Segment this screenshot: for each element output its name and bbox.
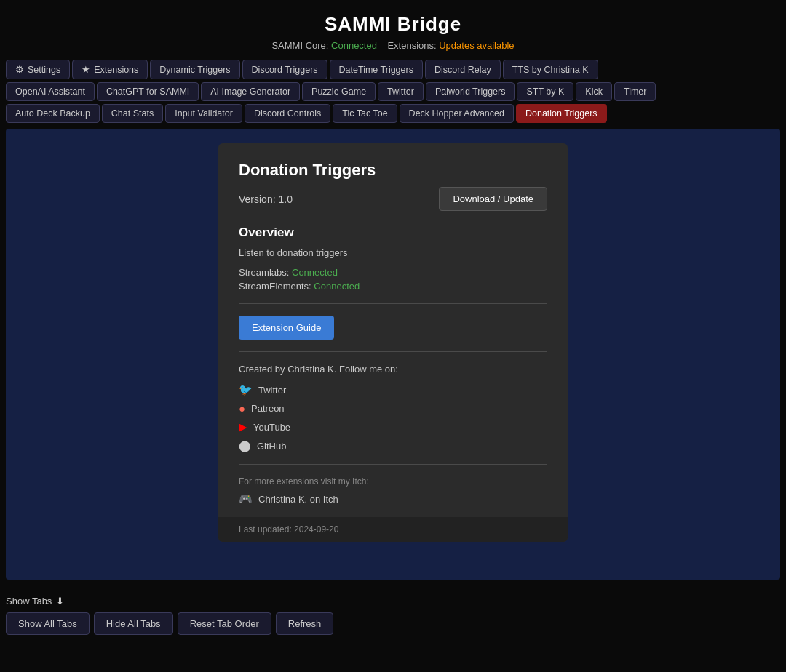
tab-puzzle-game[interactable]: Puzzle Game [302,82,376,101]
itch-desc: For more extensions visit my Itch: [239,476,547,487]
github-icon: ⬤ [239,439,251,452]
tab-tic-tac-toe[interactable]: Tic Tac Toe [333,104,397,123]
streamlabs-status: Streamlabs: Connected [239,267,547,278]
reset-tab-order-button[interactable]: Reset Tab Order [178,612,271,635]
last-updated-bar: Last updated: 2024-09-20 [218,517,568,542]
extensions-label: Extensions: [387,40,436,51]
footer-buttons: Show All Tabs Hide All Tabs Reset Tab Or… [6,612,780,635]
tab-extensions[interactable]: Extensions [72,60,148,79]
tab-discord-controls[interactable]: Discord Controls [245,104,330,123]
tab-deck-hopper-advanced[interactable]: Deck Hopper Advanced [400,104,514,123]
youtube-icon: ▶ [239,420,247,433]
refresh-button[interactable]: Refresh [276,612,334,635]
overview-desc: Listen to donation triggers [239,247,547,258]
itch-icon: 🎮 [239,492,253,505]
core-label: SAMMI Core: [271,40,328,51]
status-line: SAMMI Core: Connected Extensions: Update… [0,40,786,51]
itch-section: For more extensions visit my Itch: 🎮 Chr… [239,476,547,505]
streamelements-status: StreamElements: Connected [239,281,547,292]
footer: Show Tabs ⬇ Show All Tabs Hide All Tabs … [0,585,786,641]
tab-auto-deck-backup[interactable]: Auto Deck Backup [6,104,100,123]
tab-discord-triggers[interactable]: Discord Triggers [242,60,328,79]
tabs-row-1: Settings Extensions Dynamic Triggers Dis… [0,57,786,79]
tab-chat-stats[interactable]: Chat Stats [102,104,163,123]
tab-datetime-triggers[interactable]: DateTime Triggers [330,60,423,79]
tab-palworld-triggers[interactable]: Palworld Triggers [426,82,515,101]
arrow-down-icon: ⬇ [56,596,64,607]
tab-stt-by-k[interactable]: STT by K [517,82,573,101]
show-all-tabs-button[interactable]: Show All Tabs [6,612,90,635]
extensions-status: Updates available [439,40,514,51]
itch-link[interactable]: 🎮 Christina K. on Itch [239,492,547,505]
core-status: Connected [331,40,377,51]
patreon-icon: ● [239,402,245,415]
tab-twitter[interactable]: Twitter [378,82,424,101]
patreon-link[interactable]: ● Patreon [239,402,547,415]
hide-all-tabs-button[interactable]: Hide All Tabs [94,612,173,635]
youtube-link[interactable]: ▶ YouTube [239,420,547,433]
main-content: Donation Triggers Version: 1.0 Download … [6,129,780,580]
divider-1 [239,303,547,304]
card-title: Donation Triggers [239,161,547,180]
extension-guide-button[interactable]: Extension Guide [239,316,334,340]
tab-discord-relay[interactable]: Discord Relay [425,60,501,79]
github-link[interactable]: ⬤ GitHub [239,439,547,452]
divider-3 [239,464,547,465]
tabs-row-3: Auto Deck Backup Chat Stats Input Valida… [0,101,786,123]
tab-donation-triggers[interactable]: Donation Triggers [516,104,607,123]
tab-timer[interactable]: Timer [614,82,656,101]
twitter-link[interactable]: 🐦 Twitter [239,383,547,396]
version-row: Version: 1.0 Download / Update [239,187,547,211]
tabs-row-2: OpenAI Assistant ChatGPT for SAMMI AI Im… [0,79,786,101]
extension-card: Donation Triggers Version: 1.0 Download … [218,143,568,542]
version-text: Version: 1.0 [239,193,293,205]
tab-ai-image-generator[interactable]: AI Image Generator [201,82,300,101]
header: SAMMI Bridge SAMMI Core: Connected Exten… [0,0,786,57]
overview-title: Overview [239,225,547,240]
show-tabs-label: Show Tabs ⬇ [6,596,780,607]
tab-input-validator[interactable]: Input Validator [165,104,242,123]
tab-settings[interactable]: Settings [6,60,70,79]
app-title: SAMMI Bridge [0,13,786,36]
download-update-button[interactable]: Download / Update [439,187,547,211]
tab-kick[interactable]: Kick [576,82,612,101]
twitter-icon: 🐦 [239,383,253,396]
star-icon [82,64,90,75]
created-by-text: Created by Christina K. Follow me on: [239,364,547,375]
tab-openai-assistant[interactable]: OpenAI Assistant [6,82,95,101]
tab-chatgpt-for-sammi[interactable]: ChatGPT for SAMMI [97,82,199,101]
divider-2 [239,351,547,352]
tab-tts-by-christina-k[interactable]: TTS by Christina K [503,60,598,79]
social-links: 🐦 Twitter ● Patreon ▶ YouTube ⬤ GitHub [239,383,547,452]
gear-icon [15,64,24,75]
tab-dynamic-triggers[interactable]: Dynamic Triggers [150,60,239,79]
